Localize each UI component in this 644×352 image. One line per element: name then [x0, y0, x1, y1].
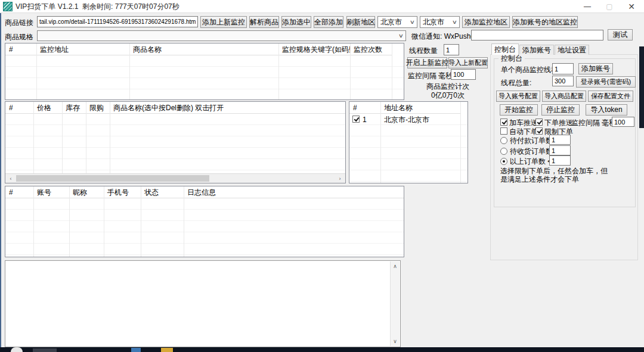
refresh-region-button[interactable]: 刷新地区 [346, 16, 375, 28]
limit-order-note: 选择限制下单后，任然会加车，但是满足上述条件才会下单 [500, 167, 609, 183]
product-link-input[interactable] [37, 16, 198, 27]
monitor-interval-label: 监控间隔 毫秒 [408, 71, 453, 80]
import-token-button[interactable]: 导入token [586, 104, 627, 116]
stop-monitor-button[interactable]: 停止监控 [541, 104, 580, 116]
auto-order-label[interactable]: 自动下单 [509, 127, 538, 136]
address-col-name[interactable]: 地址名称 [380, 102, 460, 114]
add-selected-button[interactable]: 添加选中 [281, 16, 311, 28]
pending-receive-radio[interactable] [500, 148, 507, 155]
add-all-button[interactable]: 全部添加 [314, 16, 343, 28]
scroll-up-icon[interactable]: ∧ [391, 263, 399, 270]
chevron-down-icon: ∨ [398, 33, 404, 39]
region-select-2-value: 北京市 [423, 17, 444, 27]
start-newitem-monitor-button[interactable]: 开启上新监控 [407, 57, 447, 68]
monitor-col-url[interactable]: 监控地址 [36, 43, 129, 55]
test-button[interactable]: 测试 [608, 29, 633, 41]
above-orders-radio[interactable] [500, 158, 507, 165]
cart-push-label[interactable]: 加车推送 [509, 119, 538, 127]
add-monitor-region-button[interactable]: 添加监控地区 [462, 16, 510, 28]
product-col-stock[interactable]: 库存 [62, 102, 86, 114]
account-col-status[interactable]: 状态 [141, 186, 184, 198]
monitor-interval-input[interactable] [451, 69, 476, 80]
taskbar-icon[interactable] [161, 348, 173, 352]
address-col-index[interactable]: # [349, 102, 380, 114]
taskbar-icon[interactable] [11, 347, 23, 352]
add-account-region-monitor-button[interactable]: 添加账号的地区监控 [512, 16, 578, 28]
minimize-button[interactable]: — [577, 0, 597, 13]
scroll-down-icon[interactable]: ∨ [391, 338, 399, 345]
taskbar-icon[interactable] [131, 348, 141, 352]
monitor-col-keyword[interactable]: 监控规格关键字(如码数) [278, 43, 350, 55]
scroll-left-icon[interactable]: ‹ [7, 175, 15, 182]
thread-count-input[interactable] [444, 44, 459, 55]
taskbar[interactable] [0, 347, 644, 352]
h-scrollbar[interactable]: ‹ › [5, 173, 345, 183]
product-link-label: 商品链接 [5, 18, 33, 27]
taskbar-icon[interactable] [33, 348, 57, 352]
address-row-index: 1 [363, 116, 367, 124]
app-window: VIP扫货下单 V1.2.1 剩余时间: 777天07时07分07秒 — ▢ ✕… [0, 0, 644, 352]
tab-address-settings[interactable]: 地址设置 [555, 45, 589, 55]
tab-add-account[interactable]: 添加账号 [519, 45, 554, 55]
account-col-phone[interactable]: 手机号 [104, 186, 141, 198]
above-orders-input[interactable] [549, 155, 571, 166]
add-account-button[interactable]: 添加账号 [578, 63, 613, 74]
product-col-index[interactable]: # [5, 102, 33, 114]
region-select-2[interactable]: 北京市 ∨ [420, 16, 460, 28]
chevron-down-icon: ∨ [410, 19, 415, 25]
account-col-account[interactable]: 账号 [33, 186, 69, 198]
address-table-row[interactable]: 1 北京市-北京市 [349, 114, 467, 125]
tab-console[interactable]: 控制台 [491, 43, 519, 55]
address-row-checkbox[interactable] [352, 116, 360, 123]
monitor-col-count[interactable]: 监控次数 [350, 43, 392, 55]
product-spec-select[interactable]: ∨ [37, 30, 406, 41]
close-button[interactable]: ✕ [621, 0, 642, 13]
window-title: VIP扫货下单 V1.2.1 剩余时间: 777天07时07分07秒 [16, 0, 179, 13]
account-table: # 账号 昵称 手机号 状态 日志信息 [5, 186, 404, 257]
single-thread-label: 单个商品监控线程 [501, 66, 558, 74]
thread-total-input[interactable] [552, 76, 574, 86]
app-icon [3, 2, 13, 11]
product-col-limit[interactable]: 限购 [86, 102, 110, 114]
auto-order-checkbox[interactable] [500, 127, 507, 135]
monitor-col-name[interactable]: 商品名称 [129, 43, 278, 55]
save-config-file-button[interactable]: 保存配置文件 [588, 91, 633, 102]
parse-product-button[interactable]: 解析商品 [249, 16, 279, 28]
order-push-label[interactable]: 下单推送 [544, 119, 573, 127]
pending-receive-input[interactable] [549, 145, 571, 155]
maximize-button: ▢ [599, 0, 620, 13]
address-table: # 地址名称 1 北京市-北京市 [349, 101, 468, 183]
account-col-nickname[interactable]: 昵称 [69, 186, 104, 198]
log-output[interactable]: ∧ ∨ [5, 260, 401, 347]
scroll-right-icon[interactable]: › [336, 175, 344, 182]
single-thread-input[interactable] [552, 63, 574, 74]
region-select-1[interactable]: 北京市 ∨ [377, 16, 417, 28]
above-orders-label[interactable]: 以上订单数 < [510, 157, 552, 166]
import-newitem-config-button[interactable]: 导入上新配置 [448, 57, 488, 68]
monitor-table: # 监控地址 商品名称 监控规格关键字(如码数) 监控次数 [5, 43, 404, 100]
cart-push-checkbox[interactable] [500, 119, 507, 126]
import-account-config-button[interactable]: 导入账号配置 [496, 91, 540, 102]
pending-pay-radio[interactable] [500, 137, 507, 144]
login-account-button[interactable]: 登录账号(需密码) [576, 76, 636, 88]
order-push-checkbox[interactable] [535, 119, 543, 126]
limit-order-checkbox[interactable] [535, 127, 543, 135]
product-col-price[interactable]: 价格 [33, 102, 62, 114]
product-monitor-counter-value: 0亿0万0次 [407, 91, 488, 99]
account-col-index[interactable]: # [5, 186, 33, 198]
monitor-col-index[interactable]: # [5, 43, 36, 55]
start-monitor-button[interactable]: 开始监控 [500, 104, 538, 116]
wechat-token-input[interactable] [471, 30, 603, 41]
pending-pay-input[interactable] [549, 135, 571, 145]
account-col-log[interactable]: 日志信息 [184, 186, 404, 198]
h-scrollbar-thumb[interactable] [16, 175, 209, 182]
address-row-name: 北京市-北京市 [384, 116, 429, 124]
add-new-monitor-button[interactable]: 添加上新监控 [200, 16, 247, 28]
product-col-name[interactable]: 商品名称(选中按Del删除) 双击打开 [110, 102, 345, 114]
thread-total-label: 线程总量: [501, 79, 531, 87]
panel-interval-input[interactable] [612, 117, 634, 127]
monitor-table-body [5, 55, 404, 99]
v-scrollbar[interactable]: ∧ ∨ [390, 261, 400, 346]
panel-interval-label: 监控间隔 毫秒 [571, 119, 616, 127]
import-product-config-button[interactable]: 导入商品配置 [542, 91, 586, 102]
